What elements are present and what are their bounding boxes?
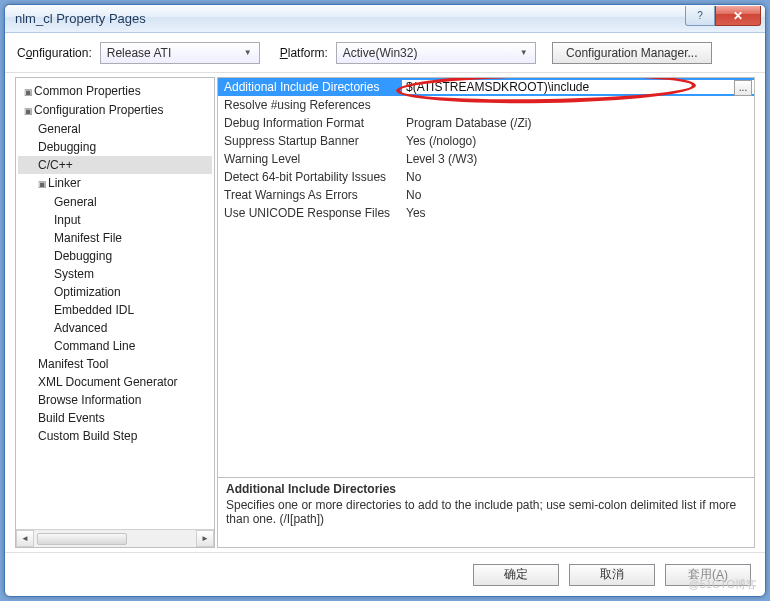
tree-node-label: Common Properties	[34, 84, 141, 98]
ok-button[interactable]: 确定	[473, 564, 559, 586]
property-label: Additional Include Directories	[218, 80, 402, 94]
property-label: Suppress Startup Banner	[218, 134, 402, 148]
property-row[interactable]: Debug Information FormatProgram Database…	[218, 114, 754, 132]
property-label: Treat Warnings As Errors	[218, 188, 402, 202]
property-row[interactable]: Resolve #using References	[218, 96, 754, 114]
configuration-label: Configuration:	[17, 46, 92, 60]
tree-node-label: Linker	[48, 176, 81, 190]
property-row[interactable]: Additional Include Directories$(ATISTREA…	[218, 78, 754, 96]
expand-icon[interactable]: ▣	[24, 103, 34, 119]
tree-node-label: Build Events	[38, 411, 105, 425]
close-icon: ✕	[733, 9, 743, 23]
scrollbar-thumb[interactable]	[37, 533, 127, 545]
cancel-button[interactable]: 取消	[569, 564, 655, 586]
configuration-manager-button[interactable]: Configuration Manager...	[552, 42, 712, 64]
tree-node[interactable]: General	[18, 120, 212, 138]
tree-node[interactable]: ▣Linker	[18, 174, 212, 193]
property-value[interactable]: Yes (/nologo)	[402, 134, 754, 148]
property-label: Resolve #using References	[218, 98, 402, 112]
property-row[interactable]: Warning LevelLevel 3 (/W3)	[218, 150, 754, 168]
expand-icon[interactable]: ▣	[38, 176, 48, 192]
tree-node-label: Manifest Tool	[38, 357, 108, 371]
property-value[interactable]: Program Database (/Zi)	[402, 116, 754, 130]
window-buttons: ? ✕	[685, 11, 761, 26]
configuration-dropdown[interactable]: Release ATI ▼	[100, 42, 260, 64]
description-title: Additional Include Directories	[226, 482, 746, 496]
tree-node[interactable]: Optimization	[18, 283, 212, 301]
platform-dropdown[interactable]: Active(Win32) ▼	[336, 42, 536, 64]
scroll-right-button[interactable]: ►	[196, 530, 214, 547]
tree-node[interactable]: Manifest Tool	[18, 355, 212, 373]
tree-node-label: Embedded IDL	[54, 303, 134, 317]
tree-node-label: C/C++	[38, 158, 73, 172]
tree-node-label: Input	[54, 213, 81, 227]
tree-node[interactable]: Manifest File	[18, 229, 212, 247]
title-bar[interactable]: nlm_cl Property Pages ? ✕	[5, 5, 765, 33]
property-grid[interactable]: Additional Include Directories$(ATISTREA…	[217, 77, 755, 478]
tree-node[interactable]: Browse Information	[18, 391, 212, 409]
chevron-down-icon: ▼	[516, 48, 532, 57]
property-value[interactable]: Level 3 (/W3)	[402, 152, 754, 166]
tree-node-label: Debugging	[54, 249, 112, 263]
property-label: Use UNICODE Response Files	[218, 206, 402, 220]
apply-button[interactable]: 套用(A)	[665, 564, 751, 586]
tree-node[interactable]: System	[18, 265, 212, 283]
tree-node-label: Optimization	[54, 285, 121, 299]
tree-node-label: Custom Build Step	[38, 429, 137, 443]
property-row[interactable]: Suppress Startup BannerYes (/nologo)	[218, 132, 754, 150]
description-body: Specifies one or more directories to add…	[226, 498, 746, 526]
tree-node-label: Advanced	[54, 321, 107, 335]
close-button[interactable]: ✕	[715, 6, 761, 26]
property-row[interactable]: Detect 64-bit Portability IssuesNo	[218, 168, 754, 186]
property-value[interactable]: No	[402, 170, 754, 184]
dialog-footer: 确定 取消 套用(A) @51CTO博客	[5, 552, 765, 596]
tree-node-label: Manifest File	[54, 231, 122, 245]
property-label: Warning Level	[218, 152, 402, 166]
tree-node-label: Browse Information	[38, 393, 141, 407]
tree-node[interactable]: Advanced	[18, 319, 212, 337]
property-value[interactable]: $(ATISTREAMSDKROOT)\include...	[402, 80, 754, 94]
category-tree-panel: ▣Common Properties▣Configuration Propert…	[15, 77, 215, 548]
browse-button[interactable]: ...	[734, 80, 752, 96]
tree-horizontal-scrollbar[interactable]: ◄ ►	[16, 529, 214, 547]
tree-node[interactable]: Embedded IDL	[18, 301, 212, 319]
tree-node[interactable]: Command Line	[18, 337, 212, 355]
tree-node[interactable]: Input	[18, 211, 212, 229]
tree-node-label: Command Line	[54, 339, 135, 353]
scrollbar-track[interactable]	[34, 530, 196, 547]
tree-node[interactable]: General	[18, 193, 212, 211]
tree-node-label: Debugging	[38, 140, 96, 154]
tree-node[interactable]: Debugging	[18, 247, 212, 265]
configuration-value: Release ATI	[107, 46, 171, 60]
tree-node[interactable]: ▣Common Properties	[18, 82, 212, 101]
description-panel: Additional Include Directories Specifies…	[217, 478, 755, 548]
chevron-down-icon: ▼	[240, 48, 256, 57]
property-label: Debug Information Format	[218, 116, 402, 130]
help-button[interactable]: ?	[685, 6, 715, 26]
tree-node[interactable]: C/C++	[18, 156, 212, 174]
property-label: Detect 64-bit Portability Issues	[218, 170, 402, 184]
scroll-left-button[interactable]: ◄	[16, 530, 34, 547]
property-pages-window: nlm_cl Property Pages ? ✕ Configuration:…	[4, 4, 766, 597]
tree-node-label: General	[54, 195, 97, 209]
tree-node[interactable]: ▣Configuration Properties	[18, 101, 212, 120]
category-tree[interactable]: ▣Common Properties▣Configuration Propert…	[16, 78, 214, 529]
main-area: ▣Common Properties▣Configuration Propert…	[5, 73, 765, 552]
property-row[interactable]: Use UNICODE Response FilesYes	[218, 204, 754, 222]
expand-icon[interactable]: ▣	[24, 84, 34, 100]
tree-node[interactable]: Build Events	[18, 409, 212, 427]
property-value[interactable]: Yes	[402, 206, 754, 220]
tree-node[interactable]: Debugging	[18, 138, 212, 156]
property-value[interactable]: No	[402, 188, 754, 202]
platform-label: Platform:	[280, 46, 328, 60]
tree-node-label: Configuration Properties	[34, 103, 163, 117]
config-toolbar: Configuration: Release ATI ▼ Platform: A…	[5, 33, 765, 73]
tree-node[interactable]: Custom Build Step	[18, 427, 212, 445]
property-row[interactable]: Treat Warnings As ErrorsNo	[218, 186, 754, 204]
platform-value: Active(Win32)	[343, 46, 418, 60]
tree-node-label: XML Document Generator	[38, 375, 178, 389]
window-title: nlm_cl Property Pages	[15, 11, 685, 26]
tree-node-label: General	[38, 122, 81, 136]
tree-node[interactable]: XML Document Generator	[18, 373, 212, 391]
tree-node-label: System	[54, 267, 94, 281]
